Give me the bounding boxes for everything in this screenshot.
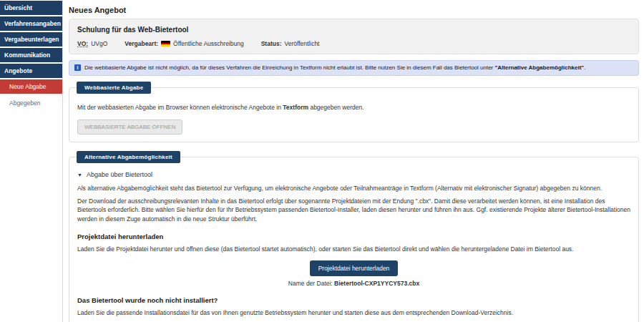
sidebar-item-neue-abgabe[interactable]: Neue Abgabe bbox=[0, 79, 62, 94]
vo-label: VO: bbox=[77, 40, 88, 47]
sidebar-item-kommunikation[interactable]: Kommunikation bbox=[0, 48, 62, 62]
sidebar-item-angebote[interactable]: Angebote bbox=[0, 64, 62, 78]
sidebar-item-abgegeben[interactable]: Abgegeben bbox=[0, 96, 62, 110]
info-icon: i bbox=[74, 64, 81, 71]
project-file-name-line: Name der Datei: Bietertool-CXP1YYCY573.c… bbox=[77, 280, 630, 287]
status-value: Veröffentlicht bbox=[284, 40, 319, 47]
bietertool-collapse-header[interactable]: ▼ Abgabe über Bietertool bbox=[77, 171, 630, 178]
bietertool-collapse-label: Abgabe über Bietertool bbox=[87, 171, 152, 178]
main-content: Neues Angebot Schulung für das Web-Biete… bbox=[69, 0, 639, 322]
vo-value: UVgO bbox=[91, 40, 107, 47]
alternative-paragraph-1: Als alternative Abgabemöglichkeit steht … bbox=[77, 184, 630, 192]
sidebar-item-verfahrensangaben[interactable]: Verfahrensangaben bbox=[0, 16, 62, 31]
status-label: Status: bbox=[261, 40, 282, 47]
web-submission-section: Webbasierte Abgabe Mit der webbasierten … bbox=[69, 87, 639, 142]
project-file-text: Laden Sie die Projektdatei herunter und … bbox=[77, 245, 630, 253]
web-submission-badge: Webbasierte Abgabe bbox=[77, 82, 151, 94]
web-submission-text: Mit der webbasierten Abgabe im Browser k… bbox=[77, 103, 630, 112]
download-project-file-button[interactable]: Projektdatei herunterladen bbox=[310, 260, 399, 276]
procedure-title: Schulung für das Web-Bietertool bbox=[77, 26, 630, 34]
open-web-submission-button[interactable]: WEBBASIERTE ABGABE ÖFFNEN bbox=[77, 119, 182, 135]
project-file-name: Bietertool-CXP1YYCY573.cbx bbox=[334, 280, 419, 287]
sidebar: Übersicht Verfahrensangaben Vergabeunter… bbox=[0, 0, 63, 322]
alternative-submission-section: Alternative Abgabemöglichkeit ▼ Abgabe ü… bbox=[69, 157, 639, 322]
alternative-submission-badge: Alternative Abgabemöglichkeit bbox=[77, 151, 180, 163]
procedure-meta: VO: UVgO Vergabeart: Öffentliche Ausschr… bbox=[77, 40, 630, 47]
sidebar-item-vergabeunterlagen[interactable]: Vergabeunterlagen bbox=[0, 32, 62, 47]
chevron-down-icon: ▼ bbox=[77, 172, 82, 177]
german-flag-icon bbox=[161, 41, 170, 47]
procedure-panel: Schulung für das Web-Bietertool VO: UVgO… bbox=[69, 19, 639, 54]
info-banner-text: Die webbasierte Abgabe ist nicht möglich… bbox=[84, 64, 585, 72]
sidebar-item-uebersicht[interactable]: Übersicht bbox=[0, 1, 62, 15]
alternative-paragraph-2: Der Download der ausschreibungsrelevante… bbox=[77, 197, 630, 223]
install-text-1: Laden Sie die passende Installationsdate… bbox=[77, 308, 630, 317]
vergabeart-value: Öffentliche Ausschreibung bbox=[173, 40, 244, 47]
install-heading: Das Bietertool wurde noch nicht installi… bbox=[77, 296, 630, 304]
project-file-heading: Projektdatei herunterladen bbox=[77, 233, 630, 240]
page-title: Neues Angebot bbox=[69, 6, 639, 14]
vergabeart-label: Vergabeart: bbox=[125, 40, 158, 47]
info-banner: i Die webbasierte Abgabe ist nicht mögli… bbox=[69, 60, 639, 76]
